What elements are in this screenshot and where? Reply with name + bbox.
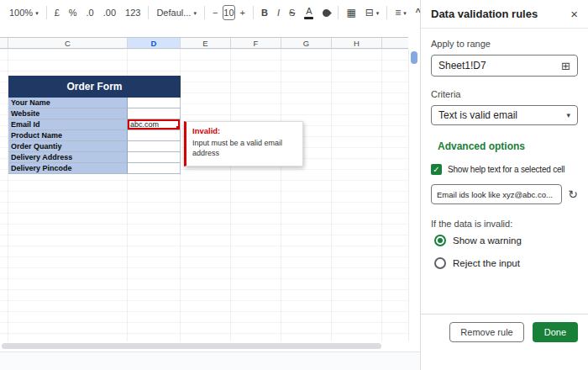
advanced-options-link[interactable]: Advanced options xyxy=(431,140,578,152)
range-input[interactable]: Sheet1!D7 ⊞ xyxy=(431,55,578,77)
horizontal-scrollbar-thumb[interactable] xyxy=(2,343,381,349)
form-title-cell[interactable]: Order Form xyxy=(8,76,181,98)
sidebar-header: Data validation rules × xyxy=(421,0,588,29)
table-row: Product Name xyxy=(8,130,181,141)
table-row: Order Quantiy xyxy=(8,141,181,152)
increase-font-size-button[interactable]: + xyxy=(236,6,249,20)
font-size-input[interactable]: 10 xyxy=(223,5,234,20)
chevron-down-icon: ▾ xyxy=(35,10,39,16)
radio-show-warning[interactable]: Show a warning xyxy=(431,235,578,246)
gridline xyxy=(331,49,332,341)
zoom-value: 100% xyxy=(9,8,33,18)
criteria-select[interactable]: Text is valid email ▾ xyxy=(431,105,578,125)
form-label-cell[interactable]: Delivery Pincode xyxy=(8,163,128,173)
decrease-decimal-button[interactable]: .0 xyxy=(82,6,98,20)
selected-cell-d7[interactable]: abc.com xyxy=(128,119,181,130)
italic-button[interactable]: I xyxy=(273,6,284,20)
bold-button[interactable]: B xyxy=(257,6,272,20)
remove-rule-button[interactable]: Remove rule xyxy=(449,322,523,342)
percent-format-button[interactable]: % xyxy=(65,6,81,20)
form-label-cell[interactable]: Delivery Address xyxy=(8,152,128,162)
form-value-cell[interactable] xyxy=(128,141,181,151)
form-value-cell[interactable] xyxy=(128,130,181,140)
toolbar-divider xyxy=(386,6,387,19)
checkbox-checked-icon[interactable]: ✓ xyxy=(431,164,442,175)
form-label-cell[interactable]: Your Name xyxy=(8,98,128,108)
font-family-select[interactable]: Defaul... ▾ xyxy=(152,6,200,20)
toolbar: 100% ▾ £ % .0 .00 123 Defaul... ▾ − 10 +… xyxy=(0,0,408,25)
form-label-cell[interactable]: Email Id xyxy=(8,119,128,130)
range-value: Sheet1!D7 xyxy=(438,60,486,71)
table-row: Delivery Address xyxy=(8,152,181,163)
number-format-button[interactable]: 123 xyxy=(121,6,144,20)
form-label-cell[interactable]: Product Name xyxy=(8,130,128,140)
form-value-cell[interactable] xyxy=(128,98,181,108)
toolbar-divider xyxy=(338,6,339,19)
form-value-cell[interactable] xyxy=(128,163,181,173)
column-header-f[interactable]: F xyxy=(231,38,281,48)
vertical-scrollbar[interactable] xyxy=(408,49,419,341)
spreadsheet-grid[interactable]: Order Form Your Name Website Email Id ab… xyxy=(0,49,408,341)
horizontal-align-button[interactable]: ≡ ▾ xyxy=(391,5,411,20)
column-header-d[interactable]: D xyxy=(128,38,181,48)
toolbar-divider xyxy=(253,6,254,19)
cell-value: abc.com xyxy=(130,120,159,129)
form-label-cell[interactable]: Website xyxy=(8,108,128,119)
show-help-text-label: Show help text for a selected cell xyxy=(448,165,564,174)
sheet-tab-bar xyxy=(0,352,420,370)
close-icon[interactable]: × xyxy=(570,7,578,21)
text-color-button[interactable]: A xyxy=(300,5,318,21)
currency-format-button[interactable]: £ xyxy=(50,6,64,20)
increase-decimal-button[interactable]: .00 xyxy=(99,6,120,20)
column-header-e[interactable]: E xyxy=(181,38,231,48)
strikethrough-button[interactable]: S xyxy=(285,6,299,20)
help-text-value: Email ids look like xyz@abc.co... xyxy=(437,190,553,199)
gridline xyxy=(230,49,231,341)
data-validation-sidebar: Data validation rules × Apply to range S… xyxy=(420,0,588,370)
merge-cells-button[interactable]: ⊟ ▾ xyxy=(361,5,384,20)
table-row: Website xyxy=(8,108,181,119)
form-value-cell[interactable] xyxy=(128,108,181,119)
help-text-input[interactable]: Email ids look like xyz@abc.co... xyxy=(431,184,562,204)
table-row: Email Id abc.com xyxy=(8,119,181,130)
radio-show-warning-label: Show a warning xyxy=(453,235,522,246)
zoom-select[interactable]: 100% ▾ xyxy=(5,6,43,20)
column-header-partial[interactable] xyxy=(0,38,8,48)
fill-color-button[interactable] xyxy=(318,7,334,19)
font-family-value: Defaul... xyxy=(156,8,191,18)
decrease-font-size-button[interactable]: − xyxy=(208,6,222,20)
radio-selected-icon[interactable] xyxy=(434,235,446,246)
criteria-label: Criteria xyxy=(431,89,578,99)
column-header-g[interactable]: G xyxy=(281,38,332,48)
horizontal-scrollbar[interactable] xyxy=(0,341,408,351)
criteria-value: Text is valid email xyxy=(438,109,517,121)
fill-handle[interactable] xyxy=(176,126,180,130)
column-headers: C D E F G H xyxy=(0,37,408,49)
warning-title: Invalid: xyxy=(192,126,297,135)
borders-button[interactable]: ▦ xyxy=(342,5,360,20)
invalid-section-label: If the data is invalid: xyxy=(431,219,578,229)
select-data-range-icon[interactable]: ⊞ xyxy=(561,60,570,72)
gridline xyxy=(281,49,281,341)
order-form-table: Order Form Your Name Website Email Id ab… xyxy=(8,76,181,174)
help-text-row: Email ids look like xyz@abc.co... ↻ xyxy=(431,184,578,204)
form-label-cell[interactable]: Order Quantiy xyxy=(8,141,128,151)
validation-warning-tooltip: Invalid: Input must be a valid email add… xyxy=(184,121,303,166)
chevron-down-icon: ▾ xyxy=(403,10,407,16)
column-header-c[interactable]: C xyxy=(8,38,128,48)
form-value-cell[interactable] xyxy=(128,152,181,162)
show-help-text-checkbox-row[interactable]: ✓ Show help text for a selected cell xyxy=(431,164,578,175)
vertical-scrollbar-thumb[interactable] xyxy=(411,51,417,64)
radio-unselected-icon[interactable] xyxy=(434,257,446,269)
text-color-bar xyxy=(304,17,313,19)
gridline xyxy=(381,49,382,341)
sidebar-footer: Remove rule Done xyxy=(421,314,588,342)
done-button[interactable]: Done xyxy=(533,322,578,342)
column-header-partial[interactable] xyxy=(382,38,408,48)
text-color-icon: A xyxy=(306,7,312,16)
chevron-down-icon: ▾ xyxy=(193,10,197,16)
reset-icon[interactable]: ↻ xyxy=(568,188,578,201)
column-header-h[interactable]: H xyxy=(332,38,382,48)
sidebar-title: Data validation rules xyxy=(431,8,538,20)
radio-reject-input[interactable]: Reject the input xyxy=(431,257,578,269)
